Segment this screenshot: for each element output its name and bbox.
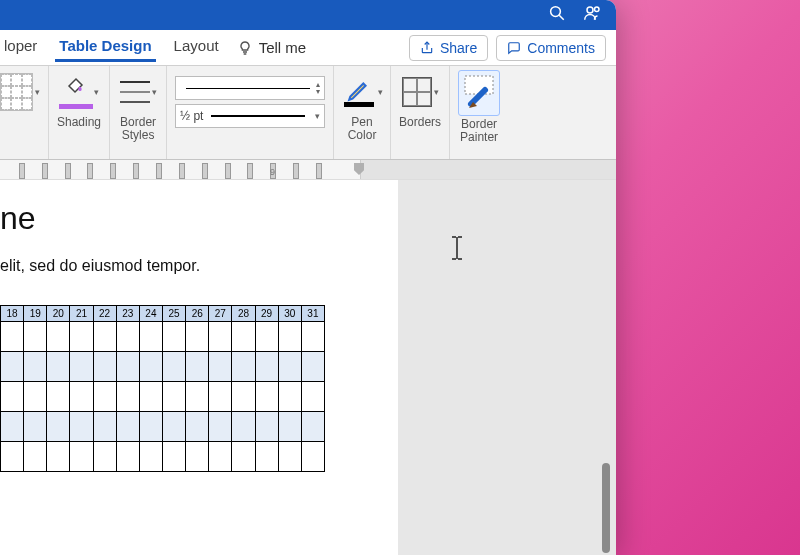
table-cell[interactable] [47,352,70,382]
table-cell[interactable] [116,322,139,352]
table-cell[interactable] [93,382,116,412]
table-cell[interactable] [1,412,24,442]
table-cell[interactable] [162,382,185,412]
table-cell[interactable] [255,322,278,352]
table-cell[interactable] [255,382,278,412]
table-cell[interactable] [278,382,301,412]
table-cell[interactable] [1,352,24,382]
table-header-cell[interactable]: 29 [255,306,278,322]
table-cell[interactable] [47,412,70,442]
table-cell[interactable] [139,442,162,472]
table-row[interactable] [1,442,325,472]
table-row[interactable] [1,322,325,352]
table-cell[interactable] [209,322,232,352]
search-icon[interactable] [548,4,566,26]
table-cell[interactable] [186,442,209,472]
table-header-cell[interactable]: 28 [232,306,255,322]
table-cell[interactable] [93,442,116,472]
table-cell[interactable] [301,352,324,382]
comments-button[interactable]: Comments [496,35,606,61]
table-cell[interactable] [70,322,93,352]
table-header-cell[interactable]: 24 [139,306,162,322]
table-header-cell[interactable]: 30 [278,306,301,322]
table-cell[interactable] [278,352,301,382]
table-header-cell[interactable]: 19 [24,306,47,322]
table-cell[interactable] [162,352,185,382]
table-cell[interactable] [1,322,24,352]
table-row[interactable] [1,412,325,442]
table-cell[interactable] [24,412,47,442]
borders-button[interactable]: ▾ [400,70,440,114]
line-width-selector[interactable]: ½ pt ▾ [175,104,325,128]
table-cell[interactable] [209,382,232,412]
table-cell[interactable] [186,382,209,412]
table-cell[interactable] [278,442,301,472]
table-cell[interactable] [116,382,139,412]
line-style-selector[interactable]: ▴▾ [175,76,325,100]
table-cell[interactable] [93,352,116,382]
project-table[interactable]: 1819202122232425262728293031 [0,305,325,472]
table-cell[interactable] [255,352,278,382]
pen-color-button[interactable]: ▾ [342,70,382,114]
table-cell[interactable] [278,412,301,442]
table-cell[interactable] [70,352,93,382]
table-cell[interactable] [70,442,93,472]
table-style-gallery[interactable]: ▾ [0,70,40,114]
table-header-cell[interactable]: 22 [93,306,116,322]
table-cell[interactable] [24,352,47,382]
table-cell[interactable] [93,322,116,352]
table-cell[interactable] [232,382,255,412]
table-cell[interactable] [116,352,139,382]
table-cell[interactable] [1,382,24,412]
table-cell[interactable] [139,322,162,352]
border-styles-button[interactable]: ▾ [118,70,158,114]
table-cell[interactable] [278,322,301,352]
table-cell[interactable] [1,442,24,472]
border-painter-button[interactable] [462,73,496,113]
table-cell[interactable] [301,322,324,352]
table-cell[interactable] [162,442,185,472]
table-header-cell[interactable]: 31 [301,306,324,322]
table-cell[interactable] [47,322,70,352]
table-header-cell[interactable]: 25 [162,306,185,322]
table-cell[interactable] [232,442,255,472]
table-cell[interactable] [232,322,255,352]
shading-button[interactable]: ▾ [59,70,99,114]
table-cell[interactable] [232,412,255,442]
table-cell[interactable] [301,382,324,412]
table-cell[interactable] [186,322,209,352]
table-cell[interactable] [116,442,139,472]
table-cell[interactable] [139,412,162,442]
table-cell[interactable] [255,442,278,472]
table-cell[interactable] [162,412,185,442]
table-row[interactable] [1,352,325,382]
table-header-cell[interactable]: 18 [1,306,24,322]
table-cell[interactable] [24,442,47,472]
table-cell[interactable] [209,442,232,472]
table-cell[interactable] [301,442,324,472]
table-cell[interactable] [139,352,162,382]
tab-developer[interactable]: loper [0,33,41,62]
table-cell[interactable] [47,442,70,472]
share-button[interactable]: Share [409,35,488,61]
table-row[interactable] [1,382,325,412]
table-cell[interactable] [162,322,185,352]
table-cell[interactable] [139,382,162,412]
table-header-cell[interactable]: 26 [186,306,209,322]
table-cell[interactable] [47,382,70,412]
table-cell[interactable] [24,322,47,352]
table-cell[interactable] [209,352,232,382]
tell-me-search[interactable]: Tell me [237,39,307,56]
table-cell[interactable] [255,412,278,442]
table-header-cell[interactable]: 23 [116,306,139,322]
vertical-scrollbar[interactable] [599,180,613,555]
table-cell[interactable] [186,352,209,382]
table-cell[interactable] [232,352,255,382]
table-header-cell[interactable]: 20 [47,306,70,322]
table-header-cell[interactable]: 21 [70,306,93,322]
table-header-cell[interactable]: 27 [209,306,232,322]
table-cell[interactable] [209,412,232,442]
table-cell[interactable] [70,382,93,412]
tab-table-design[interactable]: Table Design [55,33,155,62]
table-cell[interactable] [116,412,139,442]
